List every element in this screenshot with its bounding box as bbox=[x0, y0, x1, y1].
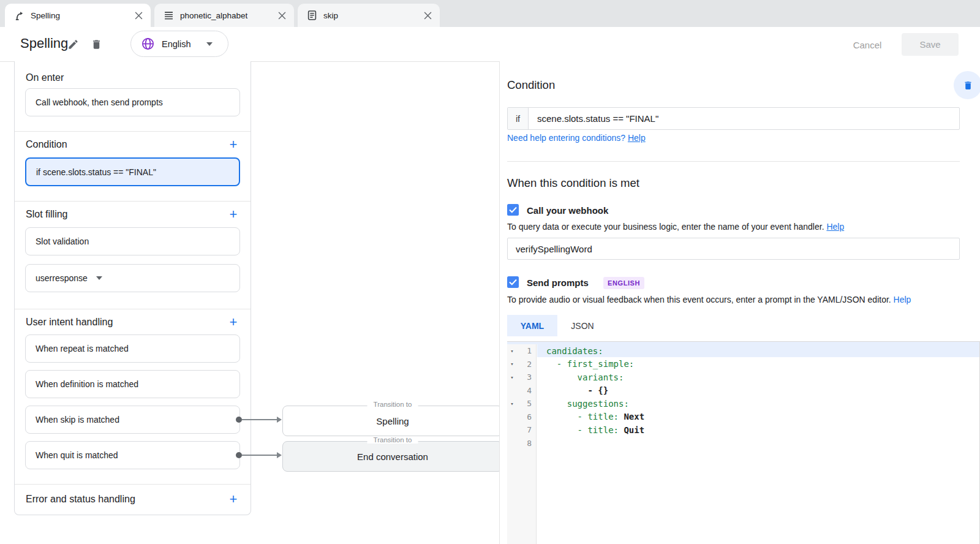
yaml-key: - title: bbox=[546, 425, 619, 435]
section-title-slot-filling: Slot filling bbox=[26, 209, 67, 220]
tab-phonetic-alphabet[interactable]: phonetic_alphabet bbox=[154, 4, 294, 27]
type-icon bbox=[163, 10, 174, 21]
expression-value: scene.slots.status == "FINAL" bbox=[529, 108, 658, 129]
save-button[interactable]: Save bbox=[902, 33, 959, 56]
section-title-error-handling: Error and status handling bbox=[26, 494, 135, 505]
tab-json[interactable]: JSON bbox=[557, 315, 608, 336]
tab-spelling[interactable]: Spelling bbox=[5, 4, 151, 27]
code-line: 8 bbox=[507, 437, 979, 450]
delete-condition-button[interactable] bbox=[954, 71, 980, 99]
language-selector[interactable]: English bbox=[130, 31, 228, 57]
connection-handle-quit[interactable] bbox=[236, 452, 242, 458]
add-slot-button[interactable]: + bbox=[226, 207, 241, 222]
condition-item-selected[interactable]: if scene.slots.status == "FINAL" bbox=[25, 157, 240, 186]
fold-arrow-icon[interactable]: ▾ bbox=[507, 374, 517, 380]
transition-legend: Transition to bbox=[368, 401, 418, 408]
close-icon[interactable] bbox=[277, 10, 287, 20]
close-icon[interactable] bbox=[423, 10, 432, 20]
when-condition-met-title: When this condition is met bbox=[507, 176, 639, 190]
on-enter-item[interactable]: Call webhook, then send prompts bbox=[25, 88, 240, 116]
fold-arrow-icon[interactable]: ▾ bbox=[507, 361, 517, 367]
check-icon bbox=[509, 206, 517, 213]
intent-icon bbox=[306, 10, 317, 21]
yaml-key: candidates: bbox=[546, 346, 603, 356]
chevron-down-icon bbox=[96, 276, 102, 280]
divider bbox=[15, 484, 251, 485]
tab-label: Spelling bbox=[31, 11, 134, 20]
intent-definition-item[interactable]: When definition is matched bbox=[25, 370, 240, 398]
slot-validation-item[interactable]: Slot validation bbox=[25, 227, 240, 255]
tab-yaml[interactable]: YAML bbox=[507, 315, 557, 336]
language-label: English bbox=[162, 39, 191, 49]
line-number: 1 bbox=[517, 346, 532, 355]
close-icon[interactable] bbox=[134, 10, 143, 20]
condition-detail-panel: Condition if scene.slots.status == "FINA… bbox=[499, 61, 980, 544]
arrow-right-icon bbox=[277, 452, 282, 458]
globe-icon bbox=[141, 37, 155, 51]
code-text: candidates: bbox=[532, 346, 603, 356]
slot-name: userresponse bbox=[36, 273, 88, 283]
intent-skip-item[interactable]: When skip is matched bbox=[25, 406, 240, 434]
tab-label: skip bbox=[323, 11, 423, 20]
code-line: 6 - title: Next bbox=[507, 410, 979, 424]
detail-title: Condition bbox=[507, 78, 555, 92]
prompts-desc-text: To provide audio or visual feedback when… bbox=[507, 295, 891, 304]
line-number: 6 bbox=[517, 412, 532, 421]
intent-quit-item[interactable]: When quit is matched bbox=[25, 441, 240, 469]
trash-icon bbox=[91, 39, 102, 50]
add-error-handler-button[interactable]: + bbox=[226, 492, 241, 507]
webhook-description: To query data or execute your business l… bbox=[507, 222, 844, 232]
help-link[interactable]: Help bbox=[628, 133, 646, 143]
fold-arrow-icon[interactable]: ▾ bbox=[507, 401, 517, 407]
slot-userresponse-item[interactable]: userresponse bbox=[25, 264, 240, 292]
yaml-value: - {} bbox=[546, 385, 608, 395]
help-prompt: Need help entering conditions? bbox=[507, 133, 625, 143]
section-title-condition: Condition bbox=[26, 139, 67, 150]
code-text: - {} bbox=[532, 385, 608, 395]
code-line: ▾ 1 candidates: bbox=[507, 344, 979, 358]
scene-header: Spelling English Cancel Save bbox=[0, 27, 980, 62]
connection-handle-skip[interactable] bbox=[236, 417, 242, 423]
send-prompts-checkbox[interactable] bbox=[507, 276, 519, 288]
code-text: - first_simple: bbox=[532, 359, 634, 369]
delete-scene-button[interactable] bbox=[86, 34, 107, 55]
event-handler-input[interactable]: verifySpellingWord bbox=[507, 238, 960, 260]
help-link[interactable]: Help bbox=[826, 222, 844, 232]
yaml-key: - first_simple: bbox=[546, 359, 634, 369]
if-prefix: if bbox=[508, 108, 529, 129]
rename-scene-button[interactable] bbox=[62, 34, 83, 55]
condition-expression-input[interactable]: if scene.slots.status == "FINAL" bbox=[507, 107, 960, 130]
intent-repeat-item[interactable]: When repeat is matched bbox=[25, 334, 240, 363]
call-webhook-checkbox[interactable] bbox=[507, 204, 519, 216]
scene-editor-panel: On enter Call webhook, then send prompts… bbox=[14, 61, 251, 515]
transition-node-spelling[interactable]: Transition to Spelling bbox=[282, 406, 503, 436]
yaml-code-editor[interactable]: ▾ 1 candidates: ▾ 2 - first_simple: ▾ 3 … bbox=[507, 341, 980, 544]
page-title: Spelling bbox=[20, 36, 68, 51]
divider bbox=[15, 131, 251, 132]
trash-icon bbox=[963, 80, 973, 91]
add-intent-button[interactable]: + bbox=[226, 315, 241, 330]
help-link[interactable]: Help bbox=[894, 295, 911, 304]
send-prompts-label: Send prompts bbox=[527, 278, 589, 288]
language-badge: ENGLISH bbox=[603, 277, 644, 289]
transition-node-end-conversation[interactable]: Transition to End conversation bbox=[282, 441, 503, 472]
add-condition-button[interactable]: + bbox=[226, 137, 241, 152]
webhook-desc-text: To query data or execute your business l… bbox=[507, 222, 824, 232]
fold-arrow-icon[interactable]: ▾ bbox=[507, 348, 517, 354]
editor-tab-bar: Spelling phonetic_alphabet skip bbox=[0, 0, 980, 27]
code-text: - title: Quit bbox=[532, 425, 644, 435]
pencil-icon bbox=[67, 39, 79, 50]
line-number: 4 bbox=[517, 386, 532, 395]
code-line: 4 - {} bbox=[507, 384, 979, 398]
divider bbox=[15, 309, 251, 309]
scene-icon bbox=[13, 10, 24, 21]
line-number: 3 bbox=[517, 372, 532, 382]
line-number: 7 bbox=[517, 425, 532, 434]
cancel-button[interactable]: Cancel bbox=[844, 35, 891, 55]
section-title-on-enter: On enter bbox=[26, 72, 64, 83]
line-number: 2 bbox=[517, 360, 532, 369]
check-icon bbox=[509, 279, 517, 285]
tab-skip[interactable]: skip bbox=[298, 4, 440, 27]
divider bbox=[15, 201, 251, 202]
code-line: 7 - title: Quit bbox=[507, 423, 979, 437]
